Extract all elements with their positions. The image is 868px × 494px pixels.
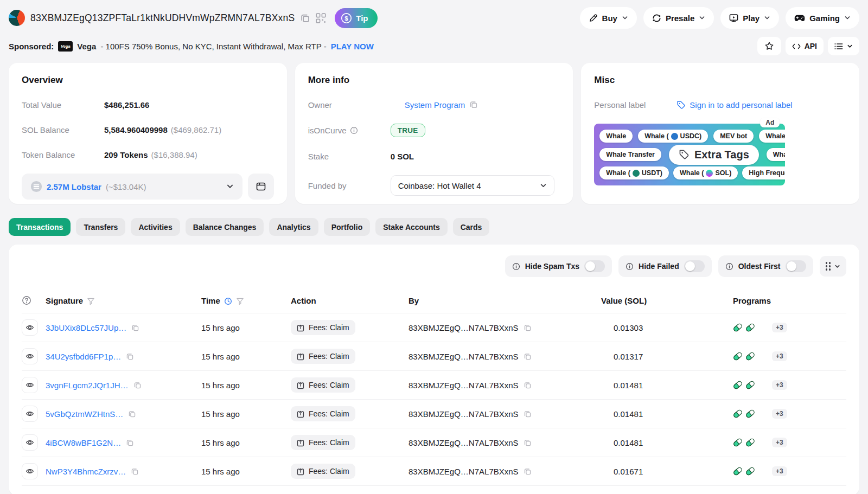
extra-tags-banner[interactable]: Whale Whale (USDC) MEV bot Whale (BNSOL)… [594, 124, 785, 185]
copy-signature-icon[interactable] [131, 324, 139, 332]
extra-tags-pill[interactable]: Extra Tags [669, 145, 759, 165]
copy-signature-icon[interactable] [126, 439, 134, 447]
tag-pill-whale-usdc[interactable]: Whale (USDC) [638, 130, 708, 143]
sign-in-link[interactable]: Sign in to add personal label [676, 100, 792, 110]
tag-pill-mev-bot[interactable]: MEV bot [713, 130, 754, 143]
copy-by-icon[interactable] [524, 410, 532, 418]
program-pill-icon[interactable] [745, 466, 755, 476]
more-programs-badge[interactable]: +3 [772, 409, 787, 419]
more-programs-badge[interactable]: +3 [772, 438, 787, 447]
tab-activities[interactable]: Activities [131, 218, 180, 236]
copy-signature-icon[interactable] [131, 467, 139, 476]
qr-code-icon[interactable] [316, 13, 326, 23]
tab-cards[interactable]: Cards [453, 218, 490, 236]
funded-by-select[interactable]: Coinbase: Hot Wallet 4 [391, 175, 554, 196]
copy-signature-icon[interactable] [126, 352, 134, 361]
portfolio-button[interactable] [248, 174, 274, 200]
oldest-first-toggle[interactable] [786, 260, 806, 272]
tag-pill-whale-sol[interactable]: Whale (SOL) [673, 166, 738, 179]
nav-presale-button[interactable]: Presale [643, 7, 714, 29]
hide-spam-toggle[interactable] [584, 260, 605, 272]
col-programs: Programs [733, 296, 846, 305]
more-programs-badge[interactable]: +3 [772, 351, 787, 361]
tab-analytics[interactable]: Analytics [269, 218, 318, 236]
preview-tx-button[interactable] [22, 319, 38, 336]
program-solana-icon[interactable] [758, 381, 767, 389]
copy-by-icon[interactable] [524, 467, 532, 476]
tx-by: 83XBMJZEgQ…N7AL7BXxnS [409, 467, 519, 476]
token-selector[interactable]: 2.57M Lobstar (~$13.04K) [22, 174, 242, 200]
tag-pill-whale-bnsol[interactable]: Whale (BNSOL) [759, 130, 785, 143]
signature-link[interactable]: 3JbUXix8DLc57JUp… [46, 323, 126, 332]
program-pill-icon[interactable] [745, 323, 755, 332]
tag-pill-whale[interactable]: Whale [599, 130, 633, 143]
program-solana-icon[interactable] [758, 439, 767, 446]
api-button[interactable]: API [786, 37, 824, 55]
nav-play-button[interactable]: Play [720, 7, 779, 29]
copy-by-icon[interactable] [524, 381, 532, 389]
filter-icon[interactable] [236, 296, 244, 305]
info-icon[interactable] [512, 262, 520, 271]
token-balance: 209 Tokens [104, 150, 148, 159]
copy-owner-icon[interactable] [469, 100, 478, 109]
info-icon[interactable] [725, 262, 733, 271]
tab-transfers[interactable]: Transfers [76, 218, 125, 236]
preview-tx-button[interactable] [22, 377, 38, 393]
program-pill-icon[interactable] [745, 409, 755, 419]
signature-link[interactable]: NwP3Y4BhmcZxrzv… [46, 467, 126, 476]
menu-button[interactable] [828, 37, 859, 55]
preview-tx-button[interactable] [22, 406, 38, 422]
nav-buy-button[interactable]: Buy [580, 7, 637, 29]
tab-portfolio[interactable]: Portfolio [324, 218, 371, 236]
more-programs-badge[interactable]: +3 [772, 466, 787, 476]
preview-tx-button[interactable] [22, 434, 38, 451]
program-pill-icon[interactable] [745, 351, 755, 361]
program-pill-icon[interactable] [745, 380, 755, 390]
tag-pill-whale-pump[interactable]: Whale (PUM [767, 148, 786, 161]
help-icon[interactable] [22, 296, 46, 305]
signature-link[interactable]: 3vgnFLgcm2JQr1JH… [46, 381, 129, 390]
columns-button[interactable] [820, 256, 847, 277]
filter-icon[interactable] [87, 296, 95, 305]
preview-tx-button[interactable] [22, 348, 38, 364]
program-pill-icon[interactable] [733, 380, 743, 390]
program-solana-icon[interactable] [758, 352, 767, 360]
program-pill-icon[interactable] [733, 466, 743, 476]
program-solana-icon[interactable] [758, 467, 767, 475]
copy-address-icon[interactable] [300, 13, 310, 23]
tab-stake-accounts[interactable]: Stake Accounts [375, 218, 448, 236]
tip-button[interactable]: Tip [335, 8, 377, 28]
tag-pill-whale-usdt[interactable]: Whale (USDT) [599, 166, 669, 179]
info-icon[interactable] [350, 126, 358, 134]
owner-link[interactable]: System Program [405, 100, 465, 110]
tag-pill-hft[interactable]: High Frequency Trader [742, 166, 785, 179]
tag-pill-whale-transfer[interactable]: Whale Transfer [599, 148, 661, 161]
tab-transactions[interactable]: Transactions [9, 218, 71, 236]
play-now-link[interactable]: PLAY NOW [331, 42, 374, 51]
more-programs-badge[interactable]: +3 [772, 323, 787, 332]
more-programs-badge[interactable]: +3 [772, 380, 787, 390]
copy-signature-icon[interactable] [133, 381, 142, 389]
info-icon[interactable] [626, 262, 634, 271]
program-pill-icon[interactable] [733, 409, 743, 419]
stake-value: 0 SOL [391, 152, 414, 161]
copy-by-icon[interactable] [524, 324, 532, 332]
clock-icon[interactable] [224, 296, 232, 305]
signature-link[interactable]: 4iBCW8wBF1G2N… [46, 438, 121, 447]
program-pill-icon[interactable] [733, 351, 743, 361]
tab-balance-changes[interactable]: Balance Changes [186, 218, 264, 236]
signature-link[interactable]: 5vGbQztmWZHtnS… [46, 409, 123, 419]
hide-failed-toggle[interactable] [684, 260, 705, 272]
program-pill-icon[interactable] [733, 323, 743, 332]
favorite-button[interactable] [757, 37, 781, 55]
copy-signature-icon[interactable] [128, 410, 136, 418]
program-solana-icon[interactable] [758, 410, 767, 418]
preview-tx-button[interactable] [22, 463, 38, 479]
program-pill-icon[interactable] [733, 438, 743, 447]
nav-gaming-button[interactable]: Gaming [786, 7, 859, 29]
program-pill-icon[interactable] [745, 438, 755, 447]
copy-by-icon[interactable] [524, 352, 532, 361]
program-solana-icon[interactable] [758, 324, 767, 331]
copy-by-icon[interactable] [524, 439, 532, 447]
signature-link[interactable]: 34U2ysfbdd6FP1p… [46, 352, 121, 361]
